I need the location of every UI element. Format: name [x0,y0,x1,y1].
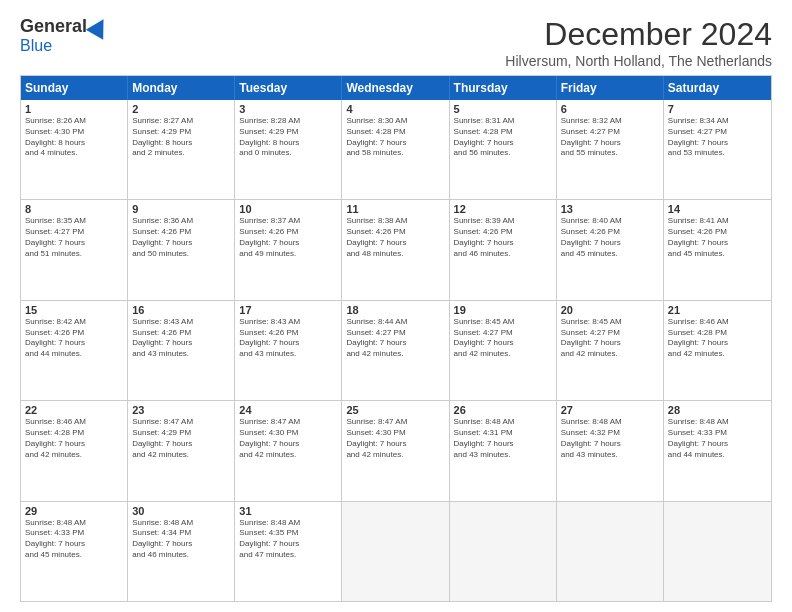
day-number: 23 [132,404,230,416]
day-number: 10 [239,203,337,215]
cell-text: Sunrise: 8:48 AM Sunset: 4:34 PM Dayligh… [132,518,230,561]
day-number: 13 [561,203,659,215]
page: General Blue December 2024 Hilversum, No… [0,0,792,612]
day-number: 25 [346,404,444,416]
header-day-tuesday: Tuesday [235,76,342,100]
day-number: 4 [346,103,444,115]
calendar-cell: 13Sunrise: 8:40 AM Sunset: 4:26 PM Dayli… [557,200,664,299]
calendar-cell: 7Sunrise: 8:34 AM Sunset: 4:27 PM Daylig… [664,100,771,199]
calendar-row-4: 29Sunrise: 8:48 AM Sunset: 4:33 PM Dayli… [21,502,771,601]
calendar-cell: 31Sunrise: 8:48 AM Sunset: 4:35 PM Dayli… [235,502,342,601]
calendar-body: 1Sunrise: 8:26 AM Sunset: 4:30 PM Daylig… [21,100,771,601]
day-number: 26 [454,404,552,416]
cell-text: Sunrise: 8:36 AM Sunset: 4:26 PM Dayligh… [132,216,230,259]
cell-text: Sunrise: 8:40 AM Sunset: 4:26 PM Dayligh… [561,216,659,259]
cell-text: Sunrise: 8:43 AM Sunset: 4:26 PM Dayligh… [132,317,230,360]
day-number: 12 [454,203,552,215]
day-number: 3 [239,103,337,115]
calendar-cell: 22Sunrise: 8:46 AM Sunset: 4:28 PM Dayli… [21,401,128,500]
day-number: 24 [239,404,337,416]
day-number: 20 [561,304,659,316]
calendar-cell: 9Sunrise: 8:36 AM Sunset: 4:26 PM Daylig… [128,200,235,299]
day-number: 16 [132,304,230,316]
day-number: 6 [561,103,659,115]
day-number: 28 [668,404,767,416]
cell-text: Sunrise: 8:46 AM Sunset: 4:28 PM Dayligh… [668,317,767,360]
calendar-cell: 6Sunrise: 8:32 AM Sunset: 4:27 PM Daylig… [557,100,664,199]
day-number: 2 [132,103,230,115]
calendar-row-3: 22Sunrise: 8:46 AM Sunset: 4:28 PM Dayli… [21,401,771,501]
calendar-cell [450,502,557,601]
calendar-cell: 10Sunrise: 8:37 AM Sunset: 4:26 PM Dayli… [235,200,342,299]
calendar-cell: 30Sunrise: 8:48 AM Sunset: 4:34 PM Dayli… [128,502,235,601]
calendar-cell: 20Sunrise: 8:45 AM Sunset: 4:27 PM Dayli… [557,301,664,400]
cell-text: Sunrise: 8:47 AM Sunset: 4:30 PM Dayligh… [239,417,337,460]
cell-text: Sunrise: 8:27 AM Sunset: 4:29 PM Dayligh… [132,116,230,159]
calendar-cell: 8Sunrise: 8:35 AM Sunset: 4:27 PM Daylig… [21,200,128,299]
logo-blue: Blue [20,37,52,55]
header-day-wednesday: Wednesday [342,76,449,100]
calendar-cell: 16Sunrise: 8:43 AM Sunset: 4:26 PM Dayli… [128,301,235,400]
cell-text: Sunrise: 8:43 AM Sunset: 4:26 PM Dayligh… [239,317,337,360]
cell-text: Sunrise: 8:45 AM Sunset: 4:27 PM Dayligh… [454,317,552,360]
main-title: December 2024 [505,16,772,53]
calendar-cell: 29Sunrise: 8:48 AM Sunset: 4:33 PM Dayli… [21,502,128,601]
day-number: 17 [239,304,337,316]
cell-text: Sunrise: 8:32 AM Sunset: 4:27 PM Dayligh… [561,116,659,159]
calendar-cell: 18Sunrise: 8:44 AM Sunset: 4:27 PM Dayli… [342,301,449,400]
header-day-saturday: Saturday [664,76,771,100]
header-day-thursday: Thursday [450,76,557,100]
calendar-header: SundayMondayTuesdayWednesdayThursdayFrid… [21,76,771,100]
cell-text: Sunrise: 8:48 AM Sunset: 4:32 PM Dayligh… [561,417,659,460]
calendar-cell: 11Sunrise: 8:38 AM Sunset: 4:26 PM Dayli… [342,200,449,299]
calendar-cell: 12Sunrise: 8:39 AM Sunset: 4:26 PM Dayli… [450,200,557,299]
day-number: 9 [132,203,230,215]
cell-text: Sunrise: 8:42 AM Sunset: 4:26 PM Dayligh… [25,317,123,360]
header-day-sunday: Sunday [21,76,128,100]
cell-text: Sunrise: 8:48 AM Sunset: 4:33 PM Dayligh… [668,417,767,460]
cell-text: Sunrise: 8:31 AM Sunset: 4:28 PM Dayligh… [454,116,552,159]
calendar-row-2: 15Sunrise: 8:42 AM Sunset: 4:26 PM Dayli… [21,301,771,401]
cell-text: Sunrise: 8:45 AM Sunset: 4:27 PM Dayligh… [561,317,659,360]
day-number: 21 [668,304,767,316]
calendar-cell: 19Sunrise: 8:45 AM Sunset: 4:27 PM Dayli… [450,301,557,400]
cell-text: Sunrise: 8:37 AM Sunset: 4:26 PM Dayligh… [239,216,337,259]
calendar-cell: 4Sunrise: 8:30 AM Sunset: 4:28 PM Daylig… [342,100,449,199]
cell-text: Sunrise: 8:30 AM Sunset: 4:28 PM Dayligh… [346,116,444,159]
logo-general: General [20,16,87,37]
day-number: 18 [346,304,444,316]
logo: General Blue [20,16,109,55]
day-number: 31 [239,505,337,517]
cell-text: Sunrise: 8:44 AM Sunset: 4:27 PM Dayligh… [346,317,444,360]
logo-triangle-icon [86,14,112,40]
day-number: 8 [25,203,123,215]
cell-text: Sunrise: 8:46 AM Sunset: 4:28 PM Dayligh… [25,417,123,460]
cell-text: Sunrise: 8:48 AM Sunset: 4:35 PM Dayligh… [239,518,337,561]
title-block: December 2024 Hilversum, North Holland, … [505,16,772,69]
calendar-cell: 24Sunrise: 8:47 AM Sunset: 4:30 PM Dayli… [235,401,342,500]
calendar-cell: 23Sunrise: 8:47 AM Sunset: 4:29 PM Dayli… [128,401,235,500]
logo-text: General [20,16,109,37]
day-number: 5 [454,103,552,115]
calendar-cell: 15Sunrise: 8:42 AM Sunset: 4:26 PM Dayli… [21,301,128,400]
header-day-monday: Monday [128,76,235,100]
day-number: 15 [25,304,123,316]
calendar: SundayMondayTuesdayWednesdayThursdayFrid… [20,75,772,602]
cell-text: Sunrise: 8:26 AM Sunset: 4:30 PM Dayligh… [25,116,123,159]
cell-text: Sunrise: 8:28 AM Sunset: 4:29 PM Dayligh… [239,116,337,159]
calendar-cell [557,502,664,601]
calendar-cell: 1Sunrise: 8:26 AM Sunset: 4:30 PM Daylig… [21,100,128,199]
day-number: 11 [346,203,444,215]
cell-text: Sunrise: 8:34 AM Sunset: 4:27 PM Dayligh… [668,116,767,159]
day-number: 1 [25,103,123,115]
day-number: 29 [25,505,123,517]
day-number: 22 [25,404,123,416]
cell-text: Sunrise: 8:41 AM Sunset: 4:26 PM Dayligh… [668,216,767,259]
header-day-friday: Friday [557,76,664,100]
calendar-row-1: 8Sunrise: 8:35 AM Sunset: 4:27 PM Daylig… [21,200,771,300]
calendar-cell: 25Sunrise: 8:47 AM Sunset: 4:30 PM Dayli… [342,401,449,500]
calendar-cell: 14Sunrise: 8:41 AM Sunset: 4:26 PM Dayli… [664,200,771,299]
calendar-cell [342,502,449,601]
day-number: 14 [668,203,767,215]
cell-text: Sunrise: 8:47 AM Sunset: 4:29 PM Dayligh… [132,417,230,460]
